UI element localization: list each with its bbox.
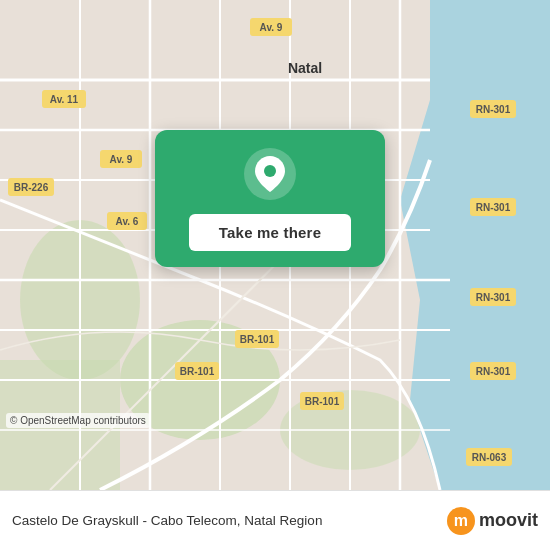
location-pin-icon (255, 156, 285, 192)
svg-text:Natal: Natal (288, 60, 322, 76)
moovit-logo: m moovit (447, 507, 538, 535)
bottom-bar: Castelo De Grayskull - Cabo Telecom, Nat… (0, 490, 550, 550)
svg-text:RN-301: RN-301 (476, 292, 511, 303)
svg-text:RN-301: RN-301 (476, 366, 511, 377)
location-icon-wrap (244, 148, 296, 200)
svg-text:Av. 6: Av. 6 (116, 216, 139, 227)
svg-point-47 (264, 165, 276, 177)
svg-text:RN-301: RN-301 (476, 104, 511, 115)
svg-text:RN-063: RN-063 (472, 452, 507, 463)
svg-text:BR-101: BR-101 (180, 366, 215, 377)
map-container: Av. 9 Av. 11 Av. 9 Av. 6 BR-226 BR-101 B… (0, 0, 550, 490)
svg-text:RN-301: RN-301 (476, 202, 511, 213)
svg-text:BR-101: BR-101 (305, 396, 340, 407)
location-popup: Take me there (155, 130, 385, 267)
svg-text:Av. 9: Av. 9 (260, 22, 283, 33)
svg-text:BR-226: BR-226 (14, 182, 49, 193)
moovit-label: moovit (479, 510, 538, 531)
take-me-there-button[interactable]: Take me there (189, 214, 351, 251)
moovit-icon: m (447, 507, 475, 535)
svg-text:BR-101: BR-101 (240, 334, 275, 345)
map-attribution: © OpenStreetMap contributors (6, 413, 150, 428)
place-name-label: Castelo De Grayskull - Cabo Telecom, Nat… (12, 513, 437, 528)
svg-text:Av. 11: Av. 11 (50, 94, 79, 105)
svg-text:Av. 9: Av. 9 (110, 154, 133, 165)
